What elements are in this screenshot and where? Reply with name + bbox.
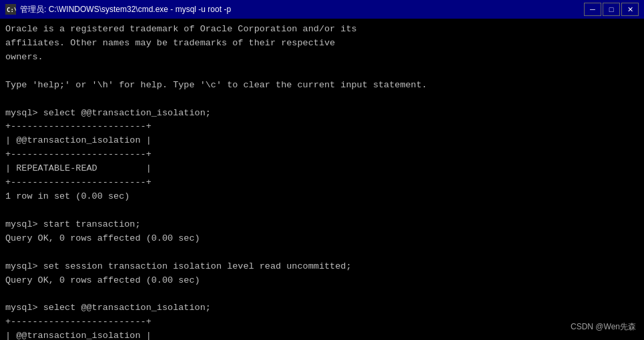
title-bar: C:\ 管理员: C:\WINDOWS\system32\cmd.exe - m… [0, 0, 644, 19]
minimize-button[interactable]: ─ [584, 3, 601, 16]
window-title: 管理员: C:\WINDOWS\system32\cmd.exe - mysql… [20, 4, 231, 15]
terminal-output: Oracle is a registered trademark of Orac… [5, 23, 639, 340]
close-button[interactable]: ✕ [621, 3, 639, 16]
svg-text:C:\: C:\ [7, 7, 16, 13]
maximize-button[interactable]: □ [603, 3, 620, 16]
title-bar-left: C:\ 管理员: C:\WINDOWS\system32\cmd.exe - m… [5, 4, 231, 15]
terminal-area[interactable]: Oracle is a registered trademark of Orac… [0, 19, 644, 340]
title-bar-controls: ─ □ ✕ [584, 3, 639, 16]
window: C:\ 管理员: C:\WINDOWS\system32\cmd.exe - m… [0, 0, 644, 340]
cmd-icon: C:\ [5, 4, 16, 15]
watermark: CSDN @Wen先森 [571, 321, 636, 333]
